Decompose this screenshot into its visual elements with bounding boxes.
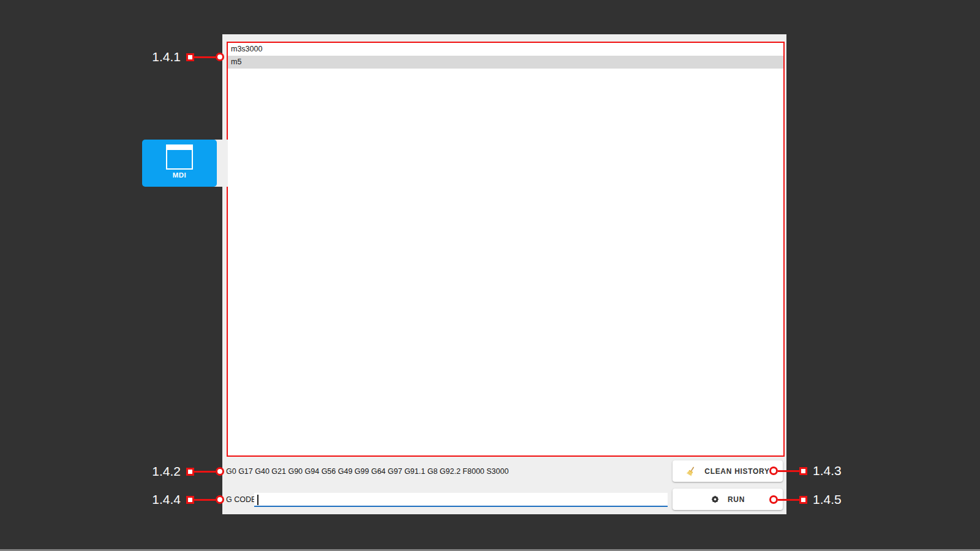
callout-line — [778, 470, 799, 472]
callout-label: 1.4.1 — [143, 50, 181, 64]
callout-1-4-2: 1.4.2 — [143, 463, 224, 480]
callout-label: 1.4.3 — [813, 463, 842, 478]
window-icon — [166, 144, 193, 170]
gear-icon — [710, 495, 720, 504]
run-button-label: RUN — [728, 495, 745, 504]
history-row-selected[interactable]: m5 — [228, 56, 783, 69]
callout-label: 1.4.2 — [143, 464, 181, 479]
callout-circle-marker — [216, 495, 224, 504]
clean-history-button[interactable]: CLEAN HISTORY — [673, 460, 783, 482]
callout-square-marker — [799, 467, 807, 475]
callout-square-marker — [186, 468, 194, 476]
callout-label: 1.4.5 — [813, 492, 842, 507]
callout-label: 1.4.4 — [143, 492, 181, 507]
tab-mdi[interactable]: MDI — [142, 140, 217, 187]
broom-icon — [685, 466, 696, 477]
callout-circle-marker — [769, 467, 778, 475]
callout-line — [778, 499, 799, 501]
text-caret — [257, 495, 258, 505]
callout-1-4-4: 1.4.4 — [143, 491, 224, 508]
screenshot-stage: m3s3000 m5 MDI G0 G17 G40 G21 G90 G94 G5… — [0, 0, 980, 551]
callout-circle-marker — [216, 467, 224, 476]
callout-circle-marker — [216, 53, 224, 61]
mdi-history-list[interactable]: m3s3000 m5 — [227, 42, 785, 457]
callout-1-4-1: 1.4.1 — [143, 48, 224, 66]
callout-line — [194, 56, 216, 58]
callout-1-4-3: 1.4.3 — [769, 462, 842, 479]
run-button[interactable]: RUN — [673, 489, 783, 510]
callout-circle-marker — [769, 495, 778, 504]
callout-square-marker — [186, 53, 194, 61]
callout-line — [194, 471, 216, 473]
callout-square-marker — [799, 496, 807, 504]
gcode-label: G CODE: — [226, 495, 258, 504]
history-row[interactable]: m3s3000 — [228, 43, 783, 56]
callout-1-4-5: 1.4.5 — [769, 491, 842, 508]
callout-square-marker — [186, 496, 194, 504]
gcode-input[interactable] — [254, 493, 668, 507]
active-gcodes-status-line: G0 G17 G40 G21 G90 G94 G56 G49 G99 G64 G… — [226, 467, 508, 476]
clean-history-button-label: CLEAN HISTORY — [704, 467, 769, 476]
callout-line — [194, 499, 216, 501]
tab-mdi-label: MDI — [173, 171, 187, 179]
